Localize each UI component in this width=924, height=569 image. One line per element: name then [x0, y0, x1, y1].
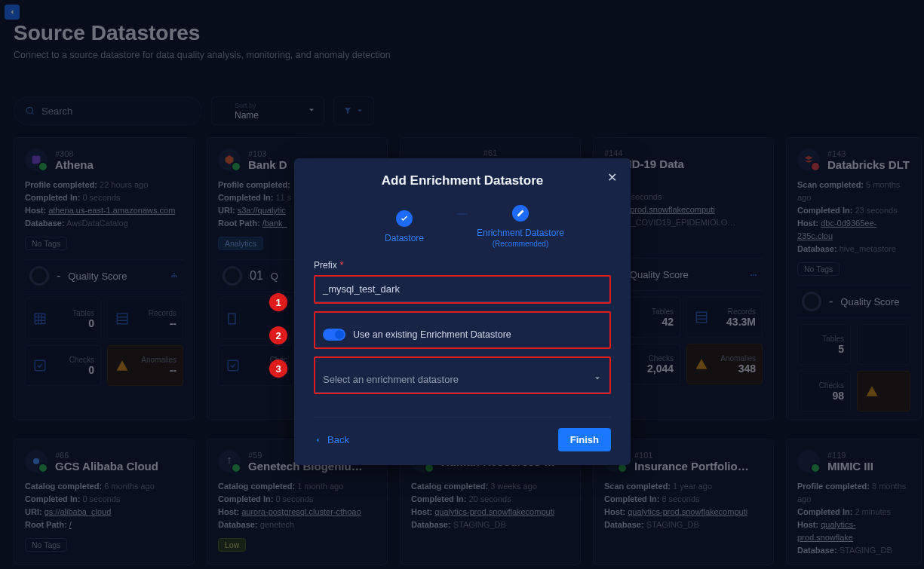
svg-rect-5	[229, 314, 235, 324]
prefix-value: _mysql_test_dark	[323, 283, 400, 295]
warning-icon	[114, 359, 130, 372]
card-id: #308	[55, 149, 94, 158]
step-active-icon	[512, 205, 529, 222]
svg-point-8	[33, 458, 39, 464]
datastore-icon	[25, 450, 48, 473]
callout-3: 3	[269, 359, 287, 378]
datastore-icon	[218, 450, 241, 473]
card-id: #61	[483, 148, 497, 158]
chevron-down-icon	[355, 106, 364, 115]
stat-records: Records--	[107, 298, 183, 339]
modal-title: Add Enrichment Datastore	[314, 173, 611, 188]
stat-anomalies: Anomalies--	[107, 345, 183, 386]
tag: No Tags	[25, 237, 67, 250]
modal-divider	[314, 417, 611, 418]
select-placeholder: Select an enrichment datastore	[323, 374, 459, 385]
select-highlight: Select an enrichment datastore	[314, 356, 611, 394]
checks-icon	[32, 359, 48, 372]
toggle-label: Use an existing Enrichment Datastore	[353, 329, 511, 340]
svg-rect-7	[696, 312, 707, 323]
toggle-switch[interactable]	[323, 329, 345, 341]
use-existing-toggle-row: Use an existing Enrichment Datastore	[315, 322, 609, 347]
callout-2: 2	[269, 326, 287, 344]
search-input[interactable]: Search	[14, 96, 202, 125]
svg-rect-2	[35, 314, 45, 324]
svg-rect-1	[32, 156, 41, 164]
quality-score-row: - Quality Score	[25, 259, 183, 292]
sort-dropdown[interactable]: Sort by Name	[211, 96, 324, 125]
prefix-highlight: _mysql_test_dark	[314, 275, 611, 304]
callout-1: 1	[269, 293, 287, 311]
filter-button[interactable]	[333, 96, 374, 125]
tag: No Tags	[797, 262, 840, 276]
card-name: Athena	[55, 158, 94, 171]
table-icon	[32, 312, 48, 326]
svg-rect-4	[35, 360, 45, 371]
card-id: #143	[827, 149, 910, 158]
card-id: #144	[604, 148, 684, 158]
toggle-highlight: Use an existing Enrichment Datastore	[314, 311, 611, 349]
toolbar: Search Sort by Name	[14, 96, 910, 125]
back-chip[interactable]	[5, 5, 20, 20]
sort-label-value: Name	[235, 111, 259, 120]
prefix-label: Prefix*	[314, 260, 611, 271]
card-meta: Scan completed: 5 months ago Completed I…	[797, 179, 910, 255]
stat-checks: Checks0	[25, 345, 101, 386]
score-ring-icon	[29, 266, 49, 286]
sort-icon	[219, 105, 229, 117]
add-enrichment-modal: ✕ Add Enrichment Datastore Datastore Enr…	[294, 158, 631, 465]
enrichment-select[interactable]: Select an enrichment datastore	[315, 367, 609, 393]
datastore-card[interactable]: #119MIMIC III Profile completed: 8 month…	[786, 439, 922, 565]
finish-button[interactable]: Finish	[558, 428, 611, 451]
page-title: Source Datastores	[14, 21, 200, 45]
svg-rect-6	[228, 360, 238, 371]
tag: Analytics	[218, 237, 263, 250]
score-ring-icon	[223, 266, 242, 286]
step-2-label: Enrichment Datastore	[477, 228, 564, 238]
datastore-icon	[797, 148, 820, 171]
step-done-icon	[396, 210, 413, 227]
card-name: Databricks DLT	[827, 158, 910, 171]
datastore-card[interactable]: #66GCS Alibaba Cloud Catalog completed: …	[14, 439, 195, 565]
chevron-down-icon	[593, 374, 602, 385]
tree-icon[interactable]	[170, 269, 179, 283]
svg-rect-3	[117, 314, 127, 324]
card-name: Bank D	[248, 158, 287, 171]
records-icon	[114, 312, 130, 326]
stat-tables: Tables0	[25, 298, 101, 339]
datastore-card[interactable]: #143 Databricks DLT Scan completed: 5 mo…	[786, 137, 922, 420]
datastore-icon	[218, 148, 241, 171]
card-meta: Profile completed: 22 hours ago Complete…	[25, 179, 183, 230]
stepper: Datastore Enrichment Datastore (Recommen…	[351, 205, 573, 248]
chevron-down-icon	[307, 104, 316, 118]
back-button[interactable]: Back	[314, 434, 349, 445]
datastore-card[interactable]: #308 Athena Profile completed: 22 hours …	[14, 137, 195, 420]
tree-icon[interactable]	[749, 268, 758, 281]
search-icon	[25, 106, 35, 116]
datastore-icon	[25, 148, 48, 171]
page-subtitle: Connect to a source datastore for data q…	[14, 50, 391, 60]
card-id: #103	[248, 149, 287, 158]
sort-label-top: Sort by	[235, 102, 259, 109]
step-1-label: Datastore	[385, 233, 424, 243]
close-icon[interactable]: ✕	[607, 170, 617, 185]
svg-point-0	[26, 107, 32, 113]
search-placeholder: Search	[41, 106, 72, 117]
prefix-input[interactable]: _mysql_test_dark	[315, 277, 609, 302]
filter-icon	[343, 106, 352, 115]
datastore-icon	[797, 450, 820, 473]
step-2-sublabel: (Recommended)	[493, 240, 548, 248]
